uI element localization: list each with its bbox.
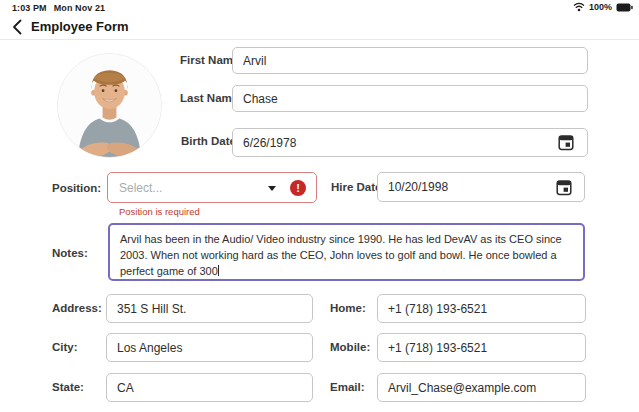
email-input[interactable] [377, 373, 586, 402]
hire-date-calendar-icon[interactable] [556, 179, 572, 196]
status-date: Mon Nov 21 [54, 3, 106, 13]
position-label: Position: [52, 182, 101, 194]
state-input[interactable] [106, 373, 313, 402]
hire-date-input[interactable] [377, 172, 585, 202]
notes-text: Arvil has been in the Audio/ Video indus… [120, 233, 562, 277]
birth-date-label: Birth Date: [181, 135, 240, 147]
position-select[interactable]: Select... ! [107, 172, 317, 203]
address-label: Address: [52, 302, 102, 314]
chevron-left-icon [12, 19, 22, 35]
status-time: 1:03 PM [12, 3, 47, 13]
nav-bar: Employee Form [0, 14, 639, 40]
employee-form-screen: 1:03 PMMon Nov 21 100% [0, 0, 639, 412]
home-phone-input[interactable] [377, 294, 586, 323]
notes-textarea[interactable]: Arvil has been in the Audio/ Video indus… [108, 223, 585, 281]
position-error-message: Position is required [119, 206, 200, 217]
wifi-icon [573, 2, 585, 12]
birth-date-calendar-icon[interactable] [558, 134, 574, 151]
battery-icon [616, 3, 633, 12]
person-photo-icon [58, 54, 161, 157]
address-input[interactable] [106, 294, 313, 323]
status-time-date: 1:03 PMMon Nov 21 [12, 3, 105, 13]
text-cursor [218, 265, 220, 276]
page-title: Employee Form [31, 19, 129, 34]
back-button[interactable] [8, 18, 26, 36]
mobile-phone-input[interactable] [377, 333, 586, 362]
battery-percent-label: 100% [589, 2, 612, 12]
city-label: City: [52, 341, 78, 353]
notes-label: Notes: [52, 247, 88, 259]
status-indicators: 100% [573, 2, 633, 12]
caret-down-icon [268, 186, 276, 191]
state-label: State: [52, 381, 84, 393]
mobile-phone-label: Mobile: [330, 341, 370, 353]
birth-date-input[interactable] [232, 128, 588, 157]
employee-photo-avatar[interactable] [57, 53, 162, 158]
last-name-input[interactable] [232, 85, 588, 112]
position-select-placeholder: Select... [119, 181, 162, 195]
error-icon: ! [290, 180, 306, 196]
email-label: Email: [330, 381, 365, 393]
first-name-input[interactable] [232, 47, 588, 74]
home-phone-label: Home: [330, 302, 366, 314]
city-input[interactable] [106, 333, 313, 362]
